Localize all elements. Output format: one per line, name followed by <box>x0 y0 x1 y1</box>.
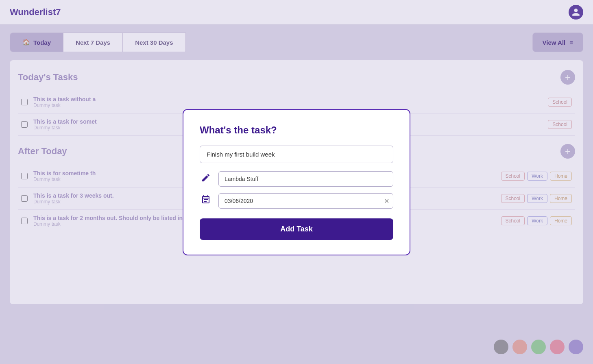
add-task-button[interactable]: Add Task <box>200 218 393 240</box>
add-task-modal: What's the task? ✕ Add Task <box>183 109 410 255</box>
date-clear-button[interactable]: ✕ <box>384 197 389 205</box>
modal-overlay: What's the task? ✕ Add Task <box>0 0 593 364</box>
date-input-wrap: ✕ <box>218 193 393 209</box>
modal-title: What's the task? <box>200 124 393 136</box>
edit-icon <box>200 173 212 185</box>
calendar-icon <box>200 195 212 207</box>
task-name-input[interactable] <box>200 146 393 163</box>
date-input[interactable] <box>218 193 393 209</box>
list-input[interactable] <box>218 171 393 187</box>
date-row: ✕ <box>200 193 393 209</box>
list-row <box>200 171 393 187</box>
